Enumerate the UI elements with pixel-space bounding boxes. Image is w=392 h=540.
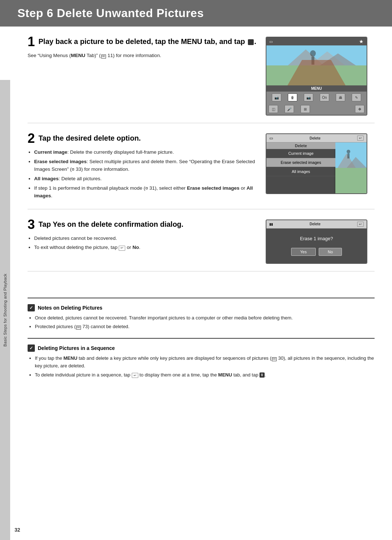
- menu-icon-pen: ✎: [352, 93, 361, 101]
- menu-icon-protect: On: [320, 93, 329, 101]
- screen1-landscape: [266, 45, 367, 85]
- note-2-item-1: If you tap the MENU tab and delete a key…: [35, 355, 375, 370]
- spacer: [28, 271, 375, 289]
- menu-icon-wrench: ✥: [355, 105, 364, 113]
- main-content: 1 Play back a picture to be deleted, tap…: [10, 27, 392, 395]
- camera-screen-2: ▭ Delete ↩ Delete C: [266, 133, 367, 194]
- confirm-yes-button[interactable]: Yes: [291, 248, 316, 256]
- screen3-body: Erase 1 image? Yes No: [266, 229, 367, 263]
- screen2-wrapper: Delete Current image Erase selected imag…: [266, 142, 367, 193]
- note-1-header: ✓ Notes on Deleting Pictures: [28, 304, 375, 311]
- screen2-menu: Delete Current image Erase selected imag…: [266, 142, 335, 193]
- step-2: 2 Tap the desired delete option. Current…: [28, 123, 375, 209]
- screen3-back-btn: ↩: [357, 222, 364, 227]
- step-3-item-2: To exit without deleting the picture, ta…: [34, 244, 257, 251]
- step-2-item-3: All images: Delete all pictures.: [34, 175, 257, 183]
- checkmark-icon-2: ✓: [28, 344, 35, 352]
- step-3-title: 3 Tap Yes on the delete confirmation dia…: [28, 219, 257, 231]
- step-1-screen: ▭ ★: [266, 37, 375, 116]
- step-1-title: 1 Play back a picture to be deleted, tap…: [28, 37, 257, 48]
- step-3-list: Deleted pictures cannot be recovered. To…: [34, 235, 257, 252]
- screen2-item-all: All images: [266, 167, 335, 176]
- screen2-menu-title: Delete: [266, 142, 335, 149]
- screen2-back-btn: ↩: [357, 136, 364, 141]
- step-1-body: See “Using Menus (MENU Tab)” (00 11) for…: [28, 52, 257, 60]
- step-2-item-4: If step 1 is performed in thumbnail play…: [34, 185, 257, 200]
- svg-rect-6: [311, 57, 314, 65]
- note-section-1: ✓ Notes on Deleting Pictures Once delete…: [28, 298, 375, 331]
- screen2-bg: [334, 142, 367, 193]
- step-3-number: 3: [28, 219, 35, 231]
- step-2-screen: ▭ Delete ↩ Delete C: [266, 133, 375, 202]
- screen2-topbar: ▭ Delete ↩: [266, 134, 367, 142]
- menu-icon-photo: 📷: [272, 93, 281, 101]
- step-2-number: 2: [28, 133, 35, 145]
- screen2-item-erase: Erase selected images: [266, 158, 335, 167]
- page-title: Step 6 Delete Unwanted Pictures: [17, 7, 375, 20]
- confirm-no-button[interactable]: No: [319, 248, 342, 256]
- menu-icon-grid: ⊞: [301, 105, 310, 113]
- step-1-number: 1: [28, 37, 35, 48]
- note-2-header: ✓ Deleting Pictures in a Sequence: [28, 344, 375, 352]
- cam-top-bar-1: ▭ ★: [266, 37, 367, 45]
- svg-marker-3: [309, 52, 345, 66]
- step-3-left: 3 Tap Yes on the delete confirmation dia…: [28, 219, 257, 264]
- step-2-item-2: Erase selected images: Select multiple p…: [34, 158, 257, 173]
- step-3-body: Deleted pictures cannot be recovered. To…: [28, 235, 257, 252]
- menu-icon-row-2: ◫ 🎤 ⊞ ✥: [266, 103, 367, 115]
- menu-icon-edit: 📷: [304, 93, 313, 101]
- svg-rect-0: [266, 45, 367, 65]
- svg-rect-10: [347, 153, 350, 158]
- note-1-item-1: Once deleted, pictures cannot be recover…: [35, 314, 375, 322]
- page-number: 32: [15, 527, 20, 533]
- step-3-item-1: Deleted pictures cannot be recovered.: [34, 235, 257, 242]
- step-3-screen: ▮▮ Delete ↩ Erase 1 image? Yes No: [266, 219, 375, 264]
- checkmark-icon-1: ✓: [28, 304, 35, 311]
- menu-icon-mic: 🎤: [285, 105, 294, 113]
- sidebar-label: Basic Steps for Shooting and Playback: [0, 80, 10, 540]
- note-section-2: ✓ Deleting Pictures in a Sequence If you…: [28, 338, 375, 379]
- note-1-list: Once deleted, pictures cannot be recover…: [35, 314, 375, 331]
- svg-marker-2: [288, 49, 324, 65]
- back-icon: ↩: [119, 246, 125, 251]
- screen3-buttons: Yes No: [272, 248, 361, 256]
- screen3-topbar: ▮▮ Delete ↩: [266, 220, 367, 229]
- menu-icon-print: 🖶: [336, 93, 345, 101]
- menu-icon-trash: 🗑: [288, 93, 297, 101]
- camera-screen-1: ▭ ★: [266, 37, 367, 116]
- page-header: Step 6 Delete Unwanted Pictures: [0, 0, 392, 27]
- step-1-left: 1 Play back a picture to be deleted, tap…: [28, 37, 257, 116]
- menu-icon-view: ◫: [269, 105, 278, 113]
- step-2-left: 2 Tap the desired delete option. Current…: [28, 133, 257, 202]
- screen2-item-current: Current image: [266, 149, 335, 158]
- back-icon-2: ↩: [132, 373, 138, 378]
- menu-icon-row-1: 📷 🗑 📷 On 🖶 ✎: [266, 92, 367, 103]
- svg-point-5: [310, 50, 316, 57]
- note-2-item-2: To delete individual picture in a sequen…: [35, 371, 375, 379]
- svg-rect-1: [266, 65, 367, 85]
- step-2-title: 2 Tap the desired delete option.: [28, 133, 257, 145]
- svg-point-9: [347, 150, 350, 153]
- step-2-item-1: Current image: Delete the currently disp…: [34, 149, 257, 156]
- step-2-list: Current image: Delete the currently disp…: [34, 149, 257, 200]
- trash-inline-icon: 🗑: [260, 372, 265, 378]
- step-2-body: Current image: Delete the currently disp…: [28, 149, 257, 200]
- menu-tab-bar: MENU: [266, 85, 367, 92]
- note-1-item-2: Protected pictures (00 73) cannot be del…: [35, 323, 375, 331]
- step-1: 1 Play back a picture to be deleted, tap…: [28, 27, 375, 123]
- camera-screen-3: ▮▮ Delete ↩ Erase 1 image? Yes No: [266, 219, 367, 264]
- note-2-list: If you tap the MENU tab and delete a key…: [35, 355, 375, 379]
- step-3: 3 Tap Yes on the delete confirmation dia…: [28, 209, 375, 271]
